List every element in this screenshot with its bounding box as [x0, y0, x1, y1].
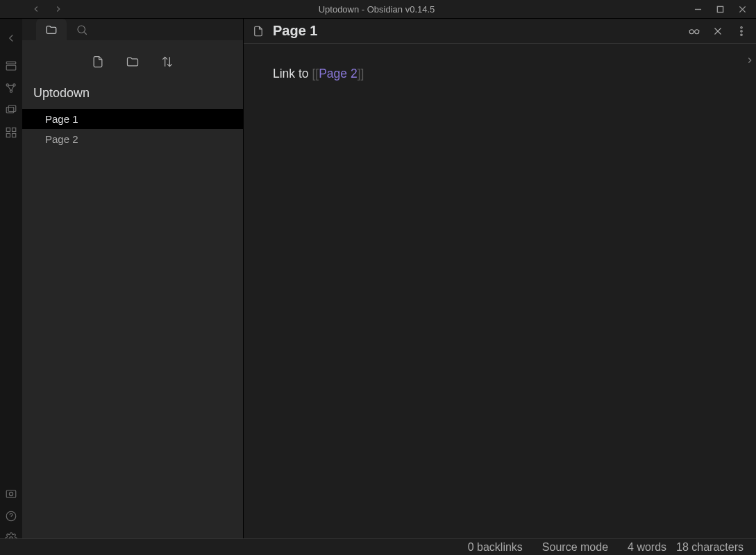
- svg-point-34: [741, 26, 742, 28]
- quick-switcher-icon[interactable]: [1, 55, 21, 77]
- help-icon[interactable]: [1, 505, 21, 527]
- nav-back-button[interactable]: [28, 1, 44, 17]
- sidebar-actions: [22, 46, 243, 78]
- editor-text: Link to: [273, 67, 312, 80]
- svg-rect-18: [6, 490, 16, 498]
- new-note-button[interactable]: [90, 54, 106, 69]
- sort-button[interactable]: [160, 54, 175, 69]
- svg-rect-14: [6, 128, 10, 131]
- svg-point-7: [13, 84, 15, 86]
- editor-title: Page 1: [273, 23, 685, 39]
- svg-rect-13: [8, 105, 16, 111]
- titlebar: Uptodown - Obsidian v0.14.5: [0, 0, 756, 19]
- templates-icon[interactable]: [1, 121, 21, 144]
- nav-forward-button[interactable]: [50, 1, 67, 17]
- vault-icon[interactable]: [1, 483, 21, 505]
- ribbon: [0, 19, 22, 555]
- editor-pane: Page 1 Link to [[Page 2]]: [244, 19, 756, 555]
- more-options-button[interactable]: [732, 22, 750, 40]
- editor-body[interactable]: Link to [[Page 2]]: [244, 44, 756, 103]
- svg-rect-5: [6, 65, 16, 70]
- editor-header: Page 1: [244, 19, 756, 44]
- sidebar-tabs: [22, 19, 243, 40]
- sidebar: Uptodown Page 1 Page 2: [22, 19, 244, 555]
- maximize-button[interactable]: [709, 1, 731, 17]
- window-title: Uptodown - Obsidian v0.14.5: [319, 4, 435, 15]
- close-window-button[interactable]: [731, 1, 753, 17]
- svg-point-35: [741, 30, 742, 31]
- collapse-right-sidebar-button[interactable]: [743, 46, 756, 74]
- create-note-icon[interactable]: [1, 99, 21, 121]
- svg-line-10: [8, 86, 11, 90]
- svg-point-19: [9, 492, 12, 495]
- link-bracket-close: ]]: [358, 67, 364, 80]
- new-folder-button[interactable]: [125, 54, 140, 69]
- search-tab[interactable]: [67, 19, 97, 40]
- svg-point-28: [695, 29, 699, 33]
- file-item-page-1[interactable]: Page 1: [22, 109, 243, 129]
- graph-view-icon[interactable]: [1, 77, 21, 99]
- char-count-status[interactable]: 18 characters: [676, 541, 744, 554]
- file-icon: [251, 24, 266, 39]
- collapse-sidebar-button[interactable]: [1, 22, 21, 55]
- svg-point-23: [78, 26, 85, 33]
- word-count-status[interactable]: 4 words: [628, 541, 666, 554]
- svg-rect-12: [6, 108, 14, 113]
- svg-line-11: [12, 86, 14, 90]
- svg-rect-1: [717, 6, 723, 12]
- svg-rect-17: [12, 134, 16, 137]
- internal-link[interactable]: Page 2: [319, 67, 357, 80]
- svg-point-6: [6, 84, 8, 86]
- reading-view-button[interactable]: [685, 22, 703, 40]
- svg-rect-16: [6, 134, 10, 137]
- svg-line-24: [84, 32, 86, 34]
- file-explorer-tab[interactable]: [36, 19, 67, 40]
- svg-point-27: [689, 29, 694, 33]
- file-tree: Page 1 Page 2: [22, 108, 243, 149]
- vault-title: Uptodown: [22, 78, 243, 108]
- file-item-page-2[interactable]: Page 2: [22, 129, 243, 149]
- close-tab-button[interactable]: [709, 22, 727, 40]
- svg-point-36: [741, 34, 742, 35]
- svg-point-8: [10, 90, 12, 92]
- minimize-button[interactable]: [687, 1, 709, 17]
- statusbar: 0 backlinks Source mode 4 words 18 chara…: [0, 538, 756, 555]
- link-bracket-open: [[: [312, 67, 319, 80]
- svg-rect-15: [12, 128, 16, 131]
- backlinks-status[interactable]: 0 backlinks: [468, 541, 523, 554]
- mode-status[interactable]: Source mode: [542, 541, 608, 554]
- svg-rect-4: [6, 62, 16, 64]
